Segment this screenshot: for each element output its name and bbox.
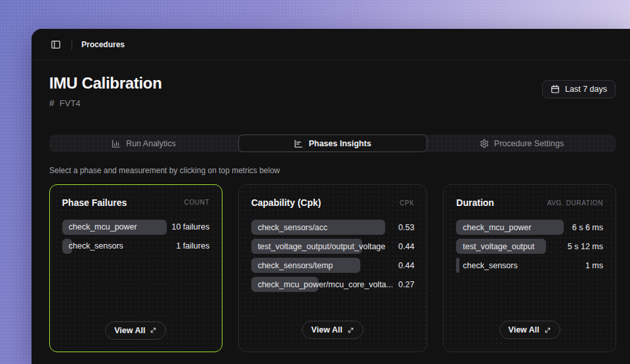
- bar-chart-icon: [112, 139, 121, 148]
- metric-row[interactable]: check_mcu_power 10 failures: [62, 220, 210, 235]
- card-metric-label: CPK: [400, 199, 414, 207]
- metric-row[interactable]: check_mcu_power 6 s 6 ms: [456, 220, 603, 235]
- view-all-button[interactable]: View All: [105, 321, 166, 340]
- tab-phases-insights[interactable]: Phases Insights: [238, 134, 427, 152]
- topbar-divider: [72, 39, 72, 50]
- metric-row-label: test_voltage_output/output_voltage: [258, 242, 386, 251]
- metric-row-value: 5 s 12 ms: [568, 242, 603, 251]
- metric-row-label: check_sensors: [463, 261, 517, 270]
- tab-run-analytics[interactable]: Run Analytics: [49, 134, 238, 152]
- view-all-button[interactable]: View All: [499, 321, 560, 339]
- card-phase-failures[interactable]: Phase Failures COUNT check_mcu_power 10 …: [49, 184, 222, 352]
- view-all-button[interactable]: View All: [302, 321, 363, 339]
- metric-row[interactable]: check_sensors/acc 0.53: [251, 220, 415, 235]
- metric-rows: check_mcu_power 6 s 6 ms test_voltage_ou…: [456, 220, 603, 273]
- metric-row-value: 1 ms: [585, 261, 603, 270]
- card-header: Phase Failures COUNT: [62, 197, 210, 208]
- metric-row-label: check_mcu_power/mcu_core_volta...: [258, 280, 393, 289]
- card-header: Duration AVG. DURATION: [456, 197, 603, 208]
- card-metric-label: COUNT: [184, 199, 210, 206]
- hint-text: Select a phase and measurement by clicki…: [49, 166, 612, 175]
- page-header: IMU Calibration # FVT4 Last 7 days: [32, 60, 630, 108]
- tab-bar: Run Analytics Phases Insights Procedure …: [49, 134, 616, 152]
- metric-cards: Phase Failures COUNT check_mcu_power 10 …: [49, 184, 616, 352]
- procedure-id: # FVT4: [49, 98, 162, 108]
- tab-label: Phases Insights: [308, 139, 371, 148]
- card-title: Phase Failures: [62, 197, 127, 208]
- top-bar: Procedures: [32, 29, 630, 60]
- metric-row-value: 10 failures: [171, 222, 209, 232]
- app-window: Procedures IMU Calibration # FVT4 Last 7…: [32, 29, 630, 364]
- card-header: Capability (Cpk) CPK: [251, 197, 415, 208]
- calendar-icon: [551, 85, 560, 94]
- card-title: Capability (Cpk): [251, 197, 322, 208]
- card-duration[interactable]: Duration AVG. DURATION check_mcu_power 6…: [443, 184, 616, 352]
- page-title: IMU Calibration: [49, 74, 162, 92]
- tab-label: Procedure Settings: [494, 139, 564, 148]
- metric-row[interactable]: check_mcu_power/mcu_core_volta... 0.27: [251, 277, 415, 292]
- metric-row-label: check_mcu_power: [463, 223, 531, 232]
- metric-row-value: 0.44: [398, 242, 414, 251]
- horizontal-bar-chart-icon: [294, 139, 303, 148]
- view-all-wrap: View All: [251, 321, 415, 339]
- view-all-wrap: View All: [456, 321, 603, 339]
- metric-rows: check_sensors/acc 0.53 test_voltage_outp…: [251, 220, 415, 292]
- metric-row-label: check_mcu_power: [69, 222, 137, 232]
- date-range-label: Last 7 days: [565, 85, 607, 94]
- card-title: Duration: [456, 197, 494, 208]
- metric-row-label: check_sensors: [69, 241, 123, 251]
- metric-row[interactable]: test_voltage_output 5 s 12 ms: [456, 239, 603, 254]
- card-metric-label: AVG. DURATION: [547, 199, 603, 207]
- tab-procedure-settings[interactable]: Procedure Settings: [427, 134, 616, 152]
- metric-row[interactable]: check_sensors/temp 0.44: [251, 258, 415, 273]
- metric-row-label: check_sensors/temp: [258, 261, 333, 270]
- metric-row[interactable]: check_sensors 1 failures: [62, 239, 210, 254]
- metric-rows: check_mcu_power 10 failures check_sensor…: [62, 220, 210, 254]
- card-capability-cpk[interactable]: Capability (Cpk) CPK check_sensors/acc 0…: [238, 184, 428, 352]
- metric-row[interactable]: check_sensors 1 ms: [456, 258, 603, 273]
- sidebar-toggle-button[interactable]: [49, 38, 62, 51]
- metric-row[interactable]: test_voltage_output/output_voltage 0.44: [251, 239, 415, 254]
- page-header-left: IMU Calibration # FVT4: [49, 74, 162, 108]
- metric-bar: [456, 258, 459, 273]
- date-range-button[interactable]: Last 7 days: [542, 80, 616, 98]
- expand-diagonal-arrows-icon: [150, 327, 157, 334]
- metric-row-value: 0.53: [398, 223, 414, 232]
- metric-row-value: 6 s 6 ms: [572, 223, 603, 232]
- expand-diagonal-arrows-icon: [544, 327, 551, 334]
- metric-row-value: 1 failures: [176, 241, 209, 251]
- metric-row-value: 0.27: [398, 280, 414, 289]
- view-all-wrap: View All: [62, 321, 210, 340]
- view-all-label: View All: [114, 326, 145, 335]
- panel-left-icon: [51, 39, 61, 50]
- tab-label: Run Analytics: [126, 139, 176, 148]
- metric-row-label: test_voltage_output: [463, 242, 534, 251]
- view-all-label: View All: [311, 325, 342, 334]
- procedure-id-label: FVT4: [60, 98, 81, 108]
- breadcrumb[interactable]: Procedures: [81, 40, 125, 49]
- view-all-label: View All: [509, 325, 539, 334]
- gear-icon: [480, 139, 489, 148]
- metric-row-label: check_sensors/acc: [258, 223, 327, 232]
- hash-icon: #: [49, 98, 54, 108]
- expand-diagonal-arrows-icon: [347, 327, 354, 334]
- metric-row-value: 0.44: [398, 261, 414, 270]
